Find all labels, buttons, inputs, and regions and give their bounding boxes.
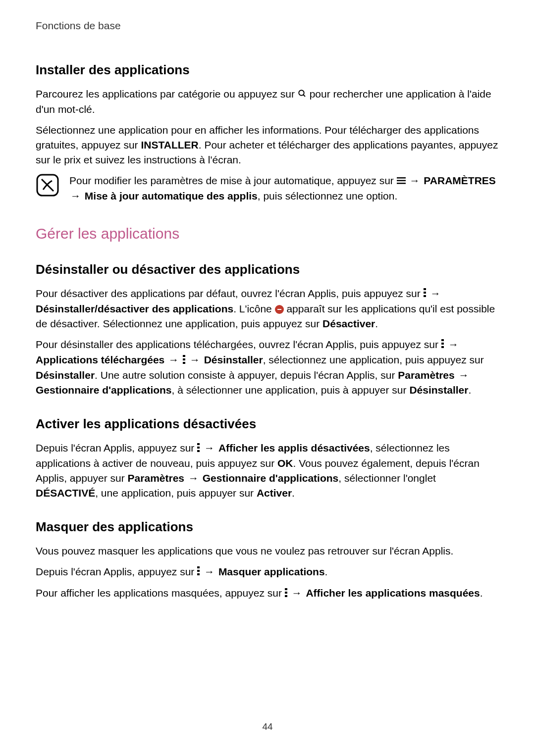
paragraph-install-2: Sélectionnez une application pour en aff…: [36, 123, 499, 167]
heading-uninstall: Désinstaller ou désactiver des applicati…: [36, 262, 499, 277]
note-icon: [36, 173, 59, 197]
paragraph-hide-1: Vous pouvez masquer les applications que…: [36, 544, 499, 558]
svg-point-0: [299, 90, 304, 96]
svg-rect-8: [424, 292, 426, 294]
svg-rect-5: [397, 180, 406, 182]
heading-activate: Activer les applications désactivées: [36, 416, 499, 432]
svg-rect-14: [183, 358, 185, 360]
svg-rect-6: [397, 183, 406, 184]
paragraph-hide-2: Depuis l'écran Applis, appuyez sur → Mas…: [36, 564, 499, 580]
kebab-menu-icon: [197, 441, 200, 456]
hamburger-menu-icon: [397, 173, 406, 188]
kebab-menu-icon: [441, 337, 444, 352]
heading-manage-apps: Gérer les applications: [36, 225, 499, 242]
svg-rect-13: [183, 355, 185, 357]
paragraph-uninstall-2: Pour désinstaller des applications téléc…: [36, 337, 499, 398]
heading-install: Installer des applications: [36, 62, 499, 78]
paragraph-activate-1: Depuis l'écran Applis, appuyez sur → Aff…: [36, 441, 499, 501]
svg-rect-20: [197, 570, 200, 572]
svg-rect-15: [183, 362, 185, 364]
note-autoupdate: Pour modifier les paramètres de mise à j…: [36, 173, 499, 203]
search-icon: [298, 87, 307, 102]
svg-rect-16: [197, 443, 200, 445]
minus-circle-icon: [275, 305, 284, 314]
note-text: Pour modifier les paramètres de mise à j…: [69, 173, 499, 203]
kebab-menu-icon: [285, 586, 288, 601]
page-header-breadcrumb: Fonctions de base: [36, 20, 499, 32]
paragraph-uninstall-1: Pour désactiver des applications par déf…: [36, 286, 499, 331]
kebab-menu-icon: [183, 353, 186, 368]
svg-rect-12: [441, 346, 444, 348]
heading-hide: Masquer des applications: [36, 519, 499, 535]
svg-rect-21: [197, 573, 200, 575]
svg-rect-19: [197, 566, 200, 568]
svg-rect-18: [197, 450, 200, 452]
page-number: 44: [0, 721, 535, 732]
section-activate: Activer les applications désactivées Dep…: [36, 416, 499, 501]
svg-rect-9: [424, 295, 426, 297]
section-hide: Masquer des applications Vous pouvez mas…: [36, 519, 499, 602]
svg-rect-10: [441, 339, 444, 341]
paragraph-install-1: Parcourez les applications par catégorie…: [36, 87, 499, 117]
svg-rect-11: [441, 343, 444, 345]
svg-rect-4: [397, 177, 406, 179]
svg-rect-7: [424, 288, 426, 290]
svg-rect-24: [285, 595, 287, 597]
kebab-menu-icon: [424, 286, 427, 301]
paragraph-hide-3: Pour afficher les applications masquées,…: [36, 586, 499, 601]
svg-line-1: [303, 95, 305, 97]
kebab-menu-icon: [197, 564, 200, 579]
section-install-apps: Installer des applications Parcourez les…: [36, 62, 499, 203]
svg-rect-23: [285, 592, 287, 594]
section-uninstall-deactivate: Désinstaller ou désactiver des applicati…: [36, 262, 499, 398]
svg-rect-17: [197, 447, 200, 449]
svg-rect-22: [285, 588, 287, 590]
